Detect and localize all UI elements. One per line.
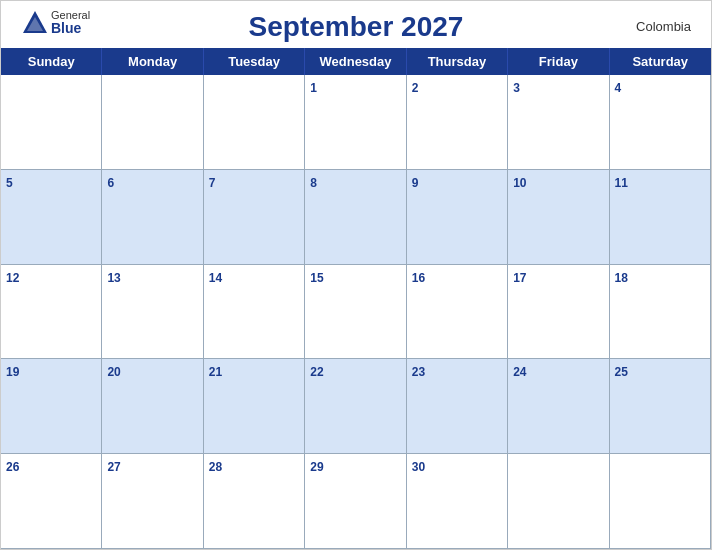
calendar-grid: 1 2 3 4 5 6 7 8 9 10 11 12 13 14 15 16 1… — [1, 75, 711, 549]
calendar: General Blue September 2027 Colombia Sun… — [0, 0, 712, 550]
header-saturday: Saturday — [610, 48, 711, 75]
day-cell-28: 28 — [204, 454, 305, 549]
header-tuesday: Tuesday — [204, 48, 305, 75]
day-cell-empty — [1, 75, 102, 170]
day-cell-26: 26 — [1, 454, 102, 549]
country-label: Colombia — [636, 19, 691, 34]
logo-blue-text: Blue — [51, 21, 90, 36]
day-cell-2: 2 — [407, 75, 508, 170]
day-cell-empty — [102, 75, 203, 170]
day-cell-21: 21 — [204, 359, 305, 454]
day-cell-19: 19 — [1, 359, 102, 454]
week-row-1: 1 2 3 4 — [1, 75, 711, 170]
day-cell-8: 8 — [305, 170, 406, 265]
header-sunday: Sunday — [1, 48, 102, 75]
calendar-title: September 2027 — [249, 11, 464, 43]
week-row-3: 12 13 14 15 16 17 18 — [1, 265, 711, 360]
logo-icon — [21, 9, 49, 37]
day-cell-22: 22 — [305, 359, 406, 454]
day-cell-3: 3 — [508, 75, 609, 170]
day-cell-29: 29 — [305, 454, 406, 549]
day-cell-6: 6 — [102, 170, 203, 265]
calendar-header: General Blue September 2027 Colombia — [1, 1, 711, 48]
day-cell-30: 30 — [407, 454, 508, 549]
day-cell-empty — [204, 75, 305, 170]
day-cell-10: 10 — [508, 170, 609, 265]
day-cell-5: 5 — [1, 170, 102, 265]
day-cell-17: 17 — [508, 265, 609, 360]
day-cell-empty — [508, 454, 609, 549]
day-cell-15: 15 — [305, 265, 406, 360]
header-thursday: Thursday — [407, 48, 508, 75]
days-header: Sunday Monday Tuesday Wednesday Thursday… — [1, 48, 711, 75]
header-wednesday: Wednesday — [305, 48, 406, 75]
header-friday: Friday — [508, 48, 609, 75]
day-cell-7: 7 — [204, 170, 305, 265]
header-monday: Monday — [102, 48, 203, 75]
day-cell-16: 16 — [407, 265, 508, 360]
logo: General Blue — [21, 9, 90, 37]
day-cell-1: 1 — [305, 75, 406, 170]
day-cell-20: 20 — [102, 359, 203, 454]
day-cell-12: 12 — [1, 265, 102, 360]
day-cell-empty — [610, 454, 711, 549]
day-cell-23: 23 — [407, 359, 508, 454]
day-cell-24: 24 — [508, 359, 609, 454]
day-cell-18: 18 — [610, 265, 711, 360]
day-cell-11: 11 — [610, 170, 711, 265]
week-row-2: 5 6 7 8 9 10 11 — [1, 170, 711, 265]
day-cell-27: 27 — [102, 454, 203, 549]
day-cell-13: 13 — [102, 265, 203, 360]
day-cell-25: 25 — [610, 359, 711, 454]
day-cell-14: 14 — [204, 265, 305, 360]
day-cell-9: 9 — [407, 170, 508, 265]
week-row-5: 26 27 28 29 30 — [1, 454, 711, 549]
day-cell-4: 4 — [610, 75, 711, 170]
week-row-4: 19 20 21 22 23 24 25 — [1, 359, 711, 454]
